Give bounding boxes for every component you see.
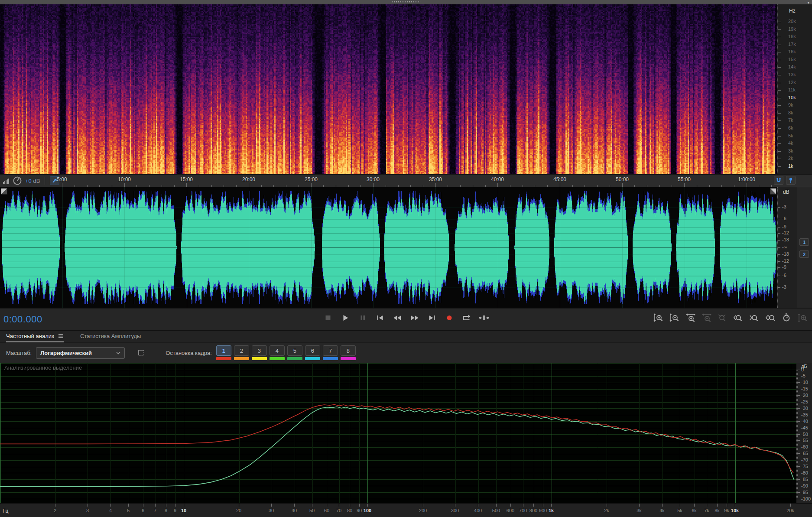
- chart-db-tick: [796, 453, 800, 454]
- time-tick: [136, 185, 137, 187]
- marker-button[interactable]: [786, 176, 796, 185]
- fade-in-handle[interactable]: [1, 188, 7, 195]
- chart-db-tick: [796, 497, 798, 498]
- chart-freq-tick: [790, 504, 791, 507]
- chart-db-tick: [796, 461, 798, 462]
- rewind-button[interactable]: [391, 312, 404, 323]
- zoom-in-vertical-button[interactable]: [652, 312, 665, 323]
- tab-amplitude-statistics[interactable]: Статистика Амплитуды: [80, 331, 141, 342]
- panel-menu-hamburger-icon[interactable]: [58, 334, 64, 338]
- frequency-chart[interactable]: Анализированное выделение: [0, 363, 796, 503]
- chart-freq-tick-label: 6k: [692, 508, 697, 513]
- copy-frame-button[interactable]: [136, 348, 146, 358]
- zoom-to-out-point-button[interactable]: [748, 312, 761, 323]
- fade-out-handle[interactable]: [770, 188, 776, 195]
- time-tick: [236, 185, 237, 187]
- stop-button[interactable]: [322, 312, 335, 323]
- hold-frame-button-8[interactable]: 8: [341, 345, 356, 356]
- chart-freq-tick-label: 500: [492, 508, 500, 513]
- chart-db-tick: [796, 404, 798, 405]
- hold-frame-button-7[interactable]: 7: [323, 345, 338, 356]
- gain-readout[interactable]: +0 dB: [25, 178, 40, 184]
- zoom-timed-icon: [781, 313, 793, 322]
- chart-frequency-ruler: Гц 2345678910203040506070809010020030040…: [0, 503, 812, 517]
- frequency-tick: [778, 45, 781, 45]
- frequency-ruler[interactable]: Hz 20k19k18k17k16k15k14k13k12k11k10k9k8k…: [777, 4, 812, 174]
- zoom-vertical-selection-button[interactable]: [796, 312, 809, 323]
- zoom-to-selection-button[interactable]: [764, 312, 777, 323]
- waveform-view[interactable]: [0, 187, 777, 308]
- time-tick: [299, 185, 299, 187]
- chart-freq-tick: [312, 504, 312, 507]
- frequency-tick-label: 19k: [788, 26, 796, 32]
- chart-db-tick: [796, 436, 798, 437]
- scale-select[interactable]: Логарифмический: [36, 347, 125, 359]
- panel-grip[interactable]: ▾: [0, 0, 812, 4]
- chart-db-tick: [796, 447, 800, 447]
- zoom-to-in-point-icon: [733, 313, 744, 322]
- frequency-tick: [778, 120, 781, 121]
- hold-frame-button-6[interactable]: 6: [305, 345, 320, 356]
- zoom-timed-button[interactable]: [780, 312, 793, 323]
- loop-playback-button[interactable]: [460, 312, 474, 323]
- db-tick-label: -6: [782, 273, 786, 278]
- chart-db-tick: [796, 373, 798, 374]
- skip-to-end-button[interactable]: [425, 312, 439, 323]
- channel-2-button[interactable]: 2: [799, 250, 809, 258]
- frequency-tick: [778, 143, 781, 144]
- frequency-tick-label: 7k: [788, 117, 793, 123]
- chart-db-tick: [796, 470, 798, 471]
- chart-freq-tick-label: 600: [507, 508, 514, 513]
- amplitude-ruler-title: dB: [783, 189, 789, 195]
- amplitude-ruler[interactable]: dB -3-3-6-6-9-9-12-12-18-18-∞: [777, 187, 797, 308]
- spectrogram-view[interactable]: [0, 4, 777, 174]
- hold-frame-button-1[interactable]: 1: [216, 345, 231, 356]
- zoom-out-vertical-button[interactable]: [668, 312, 681, 323]
- frequency-chart-canvas[interactable]: [0, 363, 796, 503]
- hold-buttons: 12345678: [216, 345, 356, 360]
- play-button[interactable]: [339, 312, 352, 323]
- zoom-out-horizontal-button[interactable]: [700, 312, 713, 323]
- frequency-tick: [778, 75, 781, 75]
- transport-buttons: [322, 312, 491, 323]
- hold-frame-button-2[interactable]: 2: [234, 345, 249, 356]
- frequency-tick-label: 6k: [788, 125, 793, 130]
- pause-button[interactable]: [356, 312, 370, 323]
- time-tick: [124, 183, 125, 187]
- tab-frequency-analysis[interactable]: Частотный анализ: [6, 331, 64, 342]
- db-tick: [778, 233, 780, 234]
- zoom-to-in-point-button[interactable]: [732, 312, 745, 323]
- time-tick: [747, 183, 747, 187]
- waveform-display[interactable]: [0, 187, 777, 308]
- zoom-in-horizontal-button[interactable]: [684, 312, 697, 323]
- level-meter-icon: [3, 177, 10, 184]
- snap-magnet-button[interactable]: [774, 176, 783, 185]
- time-tick: [261, 185, 262, 187]
- pause-icon: [357, 314, 369, 322]
- zoom-reset-button[interactable]: [716, 312, 729, 323]
- stop-icon: [322, 314, 334, 322]
- fast-forward-button[interactable]: [408, 312, 422, 323]
- chart-freq-tick: [88, 504, 88, 507]
- chart-db-tick: [796, 435, 798, 436]
- hz-axis-label: Гц: [3, 508, 8, 514]
- chart-db-tick-label: -85: [801, 477, 808, 482]
- time-tick: [734, 185, 734, 187]
- chart-db-tick: [796, 413, 798, 414]
- time-tick: [87, 185, 88, 187]
- spectrogram-display[interactable]: [0, 4, 777, 174]
- skip-selection-button[interactable]: [477, 312, 491, 323]
- chart-freq-tick: [110, 504, 111, 507]
- chart-freq-tick: [510, 504, 511, 507]
- time-display[interactable]: 0:00.000: [3, 314, 42, 325]
- hold-frame-button-4[interactable]: 4: [270, 345, 285, 356]
- record-button[interactable]: [443, 312, 456, 323]
- timeline-ruler[interactable]: +0 dB 5:0010:0015:0020:0025:0030:0035:00…: [0, 174, 812, 187]
- clock-gauge-icon[interactable]: [13, 176, 22, 185]
- hold-frame-button-3[interactable]: 3: [252, 345, 267, 356]
- chart-db-tick: [796, 499, 800, 499]
- hold-frame-button-5[interactable]: 5: [287, 345, 302, 356]
- skip-to-start-button[interactable]: [374, 312, 387, 323]
- chart-db-tick-label: -55: [801, 438, 808, 443]
- channel-1-button[interactable]: 1: [799, 238, 809, 246]
